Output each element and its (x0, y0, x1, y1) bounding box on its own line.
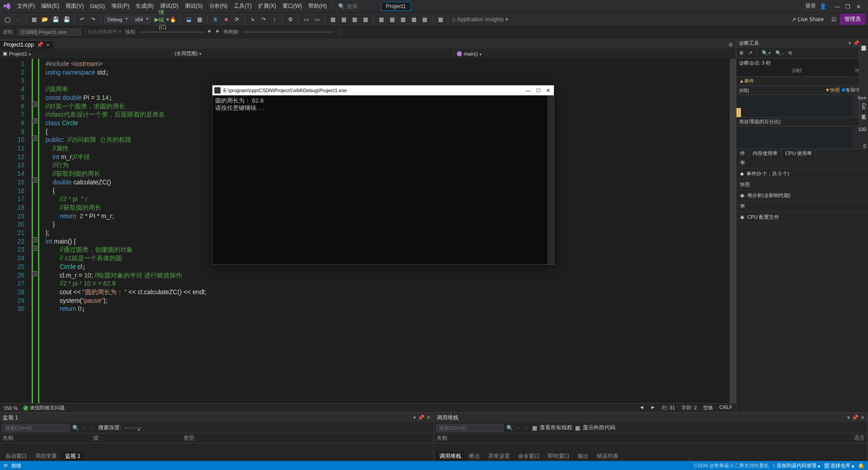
panel-dd-icon[interactable]: ▾ (847, 414, 850, 421)
editor-scrollbar[interactable] (730, 59, 736, 403)
save-icon[interactable]: 💾 (51, 15, 60, 24)
status-repo[interactable]: ↑ 添加到源代码管理 ▴ (773, 462, 821, 469)
diag-item[interactable]: ◉CPU 配置文件 (736, 212, 868, 223)
diag-item[interactable]: ◉堆分析(会影响性能) (736, 190, 868, 201)
callstack-search-input[interactable] (436, 424, 504, 432)
console-scrollbar[interactable] (547, 95, 554, 264)
gear-icon[interactable]: ⚙ (726, 41, 736, 49)
con-min-icon[interactable]: — (526, 88, 531, 94)
diag-mem-chart[interactable]: 8540 (736, 94, 868, 117)
step-over-icon[interactable]: ↷ (259, 15, 268, 24)
diag-tab-events[interactable]: 件 (736, 149, 749, 158)
tb-grid1-icon[interactable]: ▦ (328, 15, 337, 24)
thread-select[interactable] (140, 31, 203, 33)
saveall-icon[interactable]: 💾 (62, 15, 71, 24)
tb-icon-3[interactable]: ⚙ (286, 15, 295, 24)
tb-grid7-icon[interactable]: ▦ (398, 15, 407, 24)
ext-code-label[interactable]: 显示外部代码 (583, 424, 615, 432)
diag-out-icon[interactable]: ↗ (748, 50, 752, 56)
threads-icon[interactable]: ▦ (532, 425, 537, 431)
diag-reset-icon[interactable]: ⟲ (788, 50, 792, 56)
menu-analyze[interactable]: 分析(N) (207, 1, 231, 11)
tab-immediate[interactable]: 即时窗口 (544, 451, 573, 461)
diag-zoomin-icon[interactable]: 🔍+ (762, 50, 771, 56)
back-icon[interactable]: ◯ (3, 15, 12, 24)
open-icon[interactable]: 📂 (40, 15, 49, 24)
tb-grid6-icon[interactable]: ▦ (387, 15, 396, 24)
nav-back-icon[interactable]: ← (516, 425, 521, 431)
all-threads-label[interactable]: 查看所有线程 (540, 424, 572, 432)
tb-icon-2[interactable]: ▦ (195, 15, 204, 24)
search-icon[interactable]: 🔍 (506, 425, 513, 431)
live-share[interactable]: ↗ Live Share (788, 16, 827, 23)
vtab-solution-explorer[interactable]: 解决方案资源管理器 (859, 38, 868, 97)
fold-column[interactable]: − − − − − − − (32, 59, 38, 403)
menu-git[interactable]: Git(G) (87, 2, 108, 10)
pause-icon[interactable]: ⏸ (211, 15, 220, 24)
nav-fwd-icon[interactable]: → (524, 425, 529, 431)
fwd-icon[interactable]: → (14, 15, 23, 24)
tb-icon-4[interactable]: ▭ (302, 15, 311, 24)
col-name[interactable]: 名称 (3, 434, 93, 442)
tab-auto[interactable]: 自动窗口 (2, 451, 31, 461)
console-titlebar[interactable]: E:\program\cpp\CSDN\Project1\x64\Debug\P… (212, 85, 554, 95)
col-name[interactable]: 名称 (437, 434, 854, 442)
config-select[interactable]: Debug (104, 16, 130, 23)
diag-item[interactable]: 率 (736, 158, 868, 169)
status-select-repo[interactable]: ▦ 选择仓库 ▴ (824, 462, 854, 469)
tb-icon-1[interactable]: ⬓ (184, 15, 193, 24)
continue-button[interactable]: ▶ 继续(C) ▾ (157, 15, 166, 24)
nav-right-icon[interactable]: ► (651, 404, 656, 411)
new-icon[interactable]: ▦ (29, 15, 38, 24)
menu-edit[interactable]: 编辑(E) (38, 1, 62, 11)
search-input[interactable] (347, 3, 374, 9)
menu-tools[interactable]: 工具(T) (231, 1, 254, 11)
col-lang[interactable]: 语言 (854, 434, 865, 442)
tab-command[interactable]: 命令窗口 (514, 451, 543, 461)
depth-select[interactable] (124, 427, 142, 429)
tab-errorlist[interactable]: 错误列表 (593, 451, 622, 461)
tb2-icon1[interactable]: ⚑ (207, 29, 212, 35)
con-max-icon[interactable]: ☐ (536, 88, 541, 94)
undo-icon[interactable]: ↶ (78, 15, 87, 24)
nav-fwd-icon[interactable]: → (90, 425, 95, 431)
lifecycle-label[interactable]: ▫ 生命周期事件 ▾ (85, 28, 122, 35)
tb-icon-5[interactable]: ▭ (312, 15, 321, 24)
tb-grid2-icon[interactable]: ▦ (339, 15, 348, 24)
hot-reload-icon[interactable]: 🔥 (168, 15, 177, 24)
tab-locals[interactable]: 局部变量 (32, 451, 61, 461)
tab-pin-icon[interactable]: 📌 (37, 42, 43, 48)
menu-test[interactable]: 测试(S) (182, 1, 206, 11)
tb-grid3-icon[interactable]: ▦ (350, 15, 359, 24)
diag-dd-icon[interactable]: ▾ (849, 40, 851, 46)
platform-select[interactable]: x64 (132, 16, 151, 23)
nav-back-icon[interactable]: ← (82, 425, 87, 431)
ext-code-icon[interactable]: ▦ (575, 425, 580, 431)
tb-grid8-icon[interactable]: ▦ (409, 15, 418, 24)
step-out-icon[interactable]: ↑ (270, 15, 279, 24)
tab-output[interactable]: 输出 (574, 451, 592, 461)
tab-project1-cpp[interactable]: Project1.cpp 📌 ✕ (0, 40, 53, 49)
tb-grid5-icon[interactable]: ▦ (377, 15, 386, 24)
panel-dd-icon[interactable]: ▾ (413, 414, 416, 421)
redo-icon[interactable]: ↷ (89, 15, 98, 24)
panel-close-icon[interactable]: ✕ (860, 414, 865, 421)
tab-watch1[interactable]: 监视 1 (61, 451, 84, 461)
user-icon[interactable]: 👤 (820, 3, 826, 9)
console-output[interactable]: 圆的周长为： 62.8 请按任意键继续. . . (212, 95, 547, 264)
menu-window[interactable]: 窗口(W) (280, 1, 305, 11)
app-insights[interactable]: ◇ Application Insights ▾ (452, 16, 508, 23)
diag-events-row[interactable]: ▲事件 ⏸ (736, 76, 868, 85)
menu-project[interactable]: 项目(P) (108, 1, 132, 11)
tb-grid4-icon[interactable]: ▦ (361, 15, 370, 24)
global-search[interactable]: 🔍 (335, 3, 377, 9)
nav-scope[interactable]: (全局范围) (175, 50, 201, 57)
vtab-git[interactable]: Git 更改 (859, 99, 868, 127)
diag-item[interactable]: 率 (736, 201, 868, 212)
tb2-icon3[interactable]: ⬚ (337, 29, 342, 35)
menu-file[interactable]: 文件(F) (14, 1, 38, 11)
watch-search-input[interactable] (2, 424, 70, 432)
close-icon[interactable]: ✕ (856, 4, 862, 9)
tab-exceptions[interactable]: 异常设置 (485, 451, 514, 461)
signin-link[interactable]: 登录 (805, 2, 816, 10)
